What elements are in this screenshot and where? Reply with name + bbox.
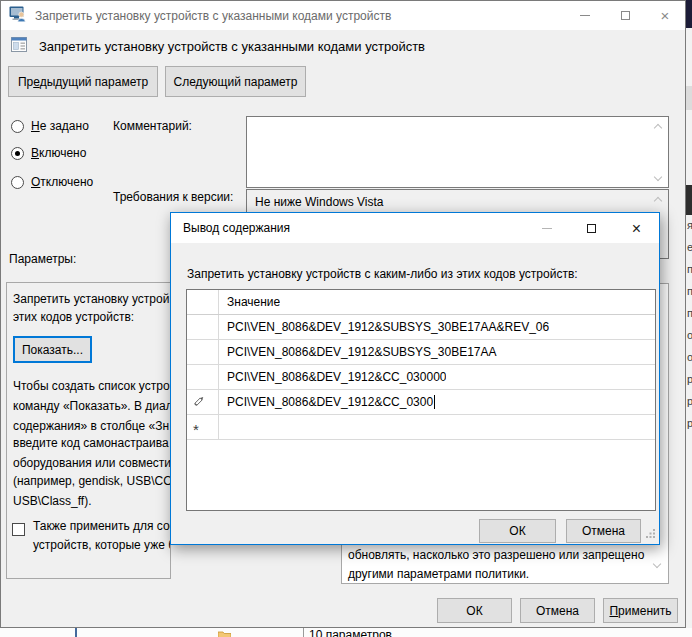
edit-pencil-icon — [193, 394, 206, 410]
button-label: ОК — [466, 604, 482, 618]
new-row-asterisk-icon: * — [193, 425, 199, 435]
text-caret — [434, 395, 435, 409]
policy-header: Запретить установку устройств с указанны… — [1, 30, 685, 63]
clipped-text-fragment: о — [687, 352, 692, 363]
help-text: другими параметрами политики. — [348, 567, 529, 581]
radio-label: Отключено — [31, 175, 93, 189]
radio-enabled[interactable]: Включено — [11, 146, 86, 160]
table-row[interactable]: PCI\VEN_8086&DEV_1912&SUBSYS_30BE17AA&RE… — [187, 315, 655, 340]
comment-label: Комментарий: — [113, 119, 192, 133]
minimize-button[interactable] — [524, 213, 569, 243]
button-label: Отмена — [536, 604, 579, 618]
table-header-row: Значение — [187, 290, 655, 315]
button-label: Следующий параметр — [174, 75, 298, 89]
maximize-button[interactable] — [569, 213, 614, 243]
contents-prompt: Запретить установку устройств с каким-ли… — [187, 267, 578, 281]
options-help-text: (например, gendisk, USB\CO — [13, 474, 171, 488]
apply-button[interactable]: Применить — [603, 598, 678, 623]
row-selector[interactable] — [187, 315, 219, 339]
options-help-text: содержания» в столбце «Зн — [13, 419, 169, 433]
policy-header-title: Запретить установку устройств с указанны… — [39, 39, 425, 54]
table-new-row[interactable]: * — [187, 415, 655, 440]
options-text: Запретить установку устрой — [13, 292, 169, 306]
maximize-button[interactable] — [605, 1, 645, 30]
value-column-header[interactable]: Значение — [219, 295, 280, 309]
table-row-editing[interactable]: PCI\VEN_8086&DEV_1912&CC_0300 — [187, 390, 655, 415]
main-window-title: Запретить установку устройств с указанны… — [35, 9, 565, 23]
close-button[interactable]: × — [614, 213, 659, 243]
options-help-text: USB\Class_ff). — [13, 494, 91, 508]
options-help-text: оборудования или совмести — [13, 456, 171, 470]
scroll-up-icon[interactable] — [654, 195, 663, 204]
button-label: дыдущий параметр — [40, 75, 148, 89]
background-titlebar-sliver — [686, 0, 692, 28]
button-label: П — [609, 604, 618, 618]
clipped-text-fragment: я — [687, 220, 692, 231]
clipped-text-fragment: р — [687, 418, 692, 429]
comment-input[interactable] — [246, 116, 669, 188]
clipped-text-fragment: р — [687, 374, 692, 385]
close-icon: × — [632, 221, 641, 236]
close-button[interactable]: × — [645, 1, 685, 30]
row-selector[interactable] — [187, 365, 219, 389]
clipped-text-fragment: р — [687, 396, 692, 407]
background-icon-sliver — [686, 86, 692, 110]
background-divider — [303, 628, 304, 637]
folder-icon — [218, 629, 231, 637]
row-selector-header — [187, 290, 219, 314]
device-id-cell[interactable]: PCI\VEN_8086&DEV_1912&SUBSYS_30BE17AA — [219, 345, 497, 359]
checkbox-label: Также применить для соо — [33, 519, 171, 533]
device-id-cell[interactable]: PCI\VEN_8086&DEV_1912&SUBSYS_30BE17AA&RE… — [219, 320, 549, 334]
clipped-text-fragment: п — [687, 308, 692, 319]
background-divider — [75, 628, 77, 637]
show-button[interactable]: Показать... — [13, 336, 92, 363]
device-id-cell[interactable]: PCI\VEN_8086&DEV_1912&CC_030000 — [219, 370, 446, 384]
previous-setting-button[interactable]: Предыдущий параметр — [8, 66, 158, 97]
next-setting-button[interactable]: Следующий параметр — [165, 66, 306, 97]
checkbox-label: устройств, которые уже б — [33, 538, 171, 552]
scroll-up-icon[interactable] — [654, 122, 663, 131]
options-text: этих кодов устройств: — [13, 310, 134, 324]
apply-to-matching-checkbox[interactable] — [12, 523, 25, 536]
supported-on-label: Требования к версии: — [113, 190, 233, 204]
clipped-text-fragment: о — [687, 330, 692, 341]
radio-disabled[interactable]: Отключено — [11, 175, 93, 189]
button-label: Пр — [18, 75, 33, 89]
radio-label: Не задано — [31, 119, 89, 133]
maximize-icon — [621, 11, 630, 20]
clipped-text-fragment: п — [687, 286, 692, 297]
button-label: Отмена — [582, 524, 625, 538]
supported-on-value: Не ниже Windows Vista — [255, 195, 384, 209]
background-window-right-edge: я е п п п о о р р р — [686, 0, 692, 637]
row-selector[interactable] — [187, 390, 219, 414]
device-id-cell-editing[interactable]: PCI\VEN_8086&DEV_1912&CC_0300 — [219, 395, 435, 410]
clipped-text-fragment: е — [687, 242, 692, 253]
clipped-text-fragment: п — [687, 264, 692, 275]
status-count-text: 10 параметров — [309, 628, 392, 637]
scroll-down-icon[interactable] — [654, 173, 663, 182]
computer-user-icon — [9, 6, 26, 25]
contents-cancel-button[interactable]: Отмена — [566, 519, 641, 543]
radio-circle-icon — [11, 176, 24, 189]
table-row[interactable]: PCI\VEN_8086&DEV_1912&SUBSYS_30BE17AA — [187, 340, 655, 365]
minimize-button[interactable] — [565, 1, 605, 30]
radio-circle-icon — [11, 120, 24, 133]
radio-not-configured[interactable]: Не задано — [11, 119, 89, 133]
table-row[interactable]: PCI\VEN_8086&DEV_1912&CC_030000 — [187, 365, 655, 390]
contents-titlebar[interactable]: Вывод содержания × — [171, 213, 659, 243]
contents-ok-button[interactable]: ОК — [479, 519, 556, 543]
device-id-table: Значение PCI\VEN_8086&DEV_1912&SUBSYS_30… — [186, 289, 656, 511]
radio-label: Включено — [31, 146, 86, 160]
resize-grip[interactable] — [646, 527, 656, 541]
scroll-down-icon[interactable] — [653, 560, 662, 569]
main-titlebar[interactable]: Запретить установку устройств с указанны… — [1, 1, 685, 30]
minimize-icon — [542, 228, 552, 229]
ok-button[interactable]: ОК — [437, 598, 512, 623]
new-row-selector[interactable]: * — [187, 415, 219, 439]
cancel-button[interactable]: Отмена — [520, 598, 595, 623]
options-help-text: введите код самонастраива — [13, 436, 169, 450]
options-label: Параметры: — [9, 252, 76, 266]
radio-circle-icon — [11, 147, 24, 160]
row-selector[interactable] — [187, 340, 219, 364]
button-label: ОК — [509, 524, 525, 538]
